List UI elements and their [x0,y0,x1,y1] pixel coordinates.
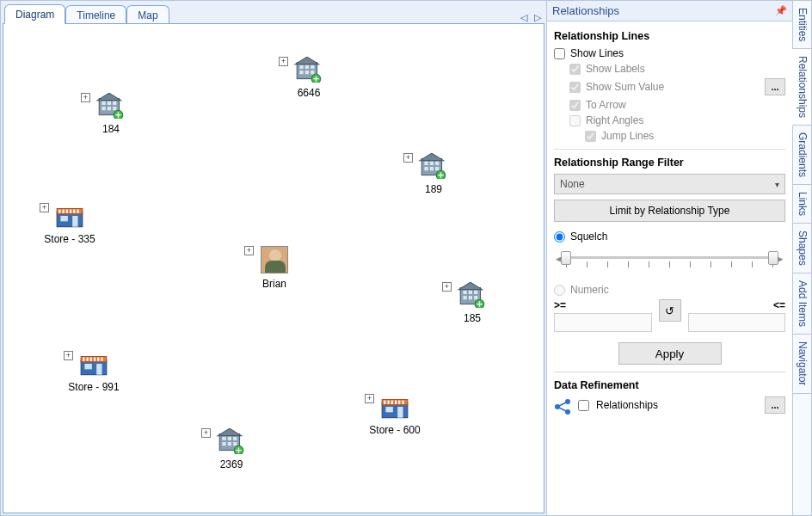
node-n_189[interactable]: +189 [395,153,472,195]
main-tab-bar: Diagram Timeline Map ◁ ▷ [1,1,546,23]
show-labels-label: Show Labels [586,63,645,75]
left-pane: Diagram Timeline Map ◁ ▷ +184+6646+189+S… [1,1,547,515]
side-tab-add-items[interactable]: Add Items [793,273,811,335]
show-sum-label: Show Sum Value [586,81,664,93]
expand-icon[interactable]: + [64,351,73,360]
panel-header: Relationships 📌 [547,1,792,22]
to-arrow-label: To Arrow [586,99,626,111]
building-icon [457,282,488,310]
show-labels-checkbox [569,64,581,75]
squelch-slider[interactable]: ◂ ▸ [557,246,782,275]
node-label: Store - 600 [356,424,434,436]
expand-icon[interactable]: + [403,153,413,163]
right-angles-label: Right Angles [586,114,643,126]
range-filter-heading: Relationship Range Filter [554,157,785,169]
numeric-radio [554,285,565,296]
chevron-down-icon: ▾ [775,180,779,189]
node-n_184[interactable]: +184 [72,93,150,135]
jump-lines-checkbox [585,131,596,142]
lte-input[interactable] [688,313,786,332]
show-lines-label: Show Lines [570,47,624,59]
node-n_store335[interactable]: +Store - 335 [31,203,108,245]
pin-icon[interactable]: 📌 [775,5,787,16]
limit-by-type-button[interactable]: Limit by Relationship Type [554,200,785,222]
node-label: Brian [236,278,313,290]
to-arrow-checkbox [569,100,581,111]
tab-diagram[interactable]: Diagram [4,4,65,24]
expand-icon[interactable]: + [365,394,374,403]
building-icon [418,153,449,181]
node-n_2369[interactable]: +2369 [193,428,270,470]
show-sum-checkbox [569,82,581,93]
range-type-dropdown[interactable]: None ▾ [554,174,785,194]
expand-icon[interactable]: + [244,246,254,255]
panel-body: Relationship Lines Show Lines Show Label… [547,22,792,515]
reset-range-button[interactable]: ↺ [659,299,681,322]
tab-timeline[interactable]: Timeline [65,5,126,24]
expand-icon[interactable]: + [81,93,90,102]
node-n_brian[interactable]: +Brian [236,246,313,290]
expand-icon[interactable]: + [40,203,49,212]
tab-nav-next-icon[interactable]: ▷ [534,12,541,23]
gte-label: >= [554,299,652,311]
apply-button[interactable]: Apply [618,342,722,365]
squelch-label: Squelch [570,230,607,243]
building-icon [293,57,324,85]
expand-icon[interactable]: + [442,282,452,292]
node-n_6646[interactable]: +6646 [270,57,348,99]
store-icon [54,203,85,231]
tab-map[interactable]: Map [126,5,169,24]
right-angles-checkbox [569,115,581,126]
slider-max-icon: ▸ [778,252,784,265]
side-tab-relationships[interactable]: Relationships [792,49,811,126]
side-tab-entities[interactable]: Entities [793,1,811,49]
data-refinement-heading: Data Refinement [554,379,785,391]
node-label: 185 [434,312,511,324]
show-sum-options-button[interactable]: ... [765,78,785,95]
gte-input[interactable] [554,313,652,332]
node-label: Store - 991 [55,381,132,393]
refine-relationships-checkbox[interactable] [578,400,589,411]
building-icon [216,428,247,457]
jump-lines-label: Jump Lines [601,130,654,142]
expand-icon[interactable]: + [279,57,288,66]
expand-icon[interactable]: + [201,428,211,438]
show-lines-checkbox[interactable] [554,48,565,59]
side-tab-gradients[interactable]: Gradients [793,126,811,185]
tab-nav-prev-icon[interactable]: ◁ [520,12,527,23]
panel-title: Relationships [552,4,619,17]
refine-options-button[interactable]: ... [765,396,785,414]
side-tab-strip: Entities Relationships Gradients Links S… [792,1,811,515]
slider-thumb-left[interactable] [561,251,571,265]
node-label: 2369 [193,458,270,470]
relationship-lines-heading: Relationship Lines [554,30,785,42]
node-n_185[interactable]: +185 [434,282,511,324]
share-icon [554,398,571,412]
node-n_store991[interactable]: +Store - 991 [55,351,132,393]
node-label: 189 [395,183,472,195]
store-icon [379,394,410,422]
node-label: 6646 [270,87,348,99]
side-tab-shapes[interactable]: Shapes [793,224,811,273]
diagram-canvas[interactable]: +184+6646+189+Store - 335+Brian+185+Stor… [3,23,544,513]
building-icon [95,93,126,121]
node-label: 184 [72,123,150,135]
squelch-radio[interactable] [554,231,565,243]
side-tab-navigator[interactable]: Navigator [793,335,811,393]
range-type-value: None [560,178,585,190]
side-tab-links[interactable]: Links [793,185,811,224]
refine-relationships-label: Relationships [596,399,658,411]
right-pane: Relationships 📌 Relationship Lines Show … [547,1,811,515]
node-label: Store - 335 [31,233,108,245]
node-n_store600[interactable]: +Store - 600 [356,394,434,436]
person-icon [261,246,288,273]
lte-label: <= [688,299,786,311]
numeric-label: Numeric [570,284,609,296]
store-icon [78,351,109,379]
